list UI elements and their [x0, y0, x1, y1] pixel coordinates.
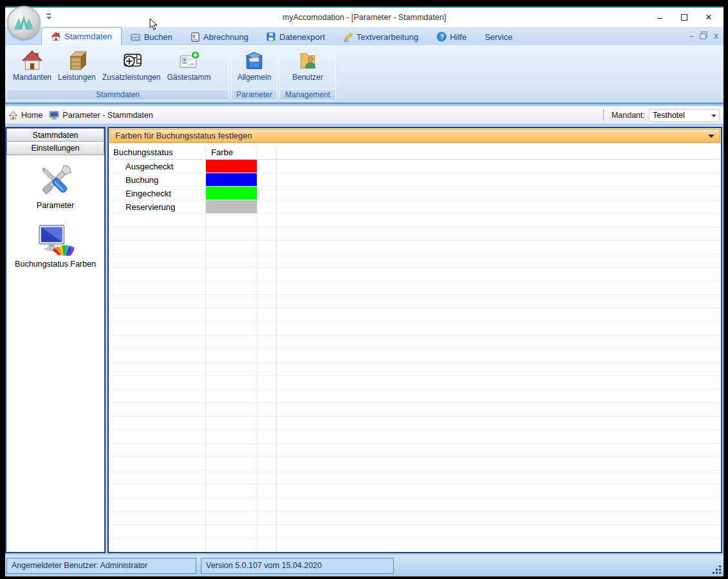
monitor-colors-icon: [37, 224, 74, 258]
app-logo-glyph: [13, 13, 35, 32]
panel-header[interactable]: Farben für Buchungsstatus festlegen: [109, 129, 720, 143]
mdi-window-controls: – x: [689, 32, 718, 41]
sidebar-button-stammdaten[interactable]: Stammdaten: [6, 128, 104, 142]
panel-header-label: Farben für Buchungsstatus festlegen: [115, 131, 252, 140]
sidebar-item-buchungstatus-farben[interactable]: Buchungstatus Farben: [6, 224, 104, 269]
mdi-close-button[interactable]: x: [714, 32, 718, 41]
breadcrumb-home[interactable]: Home: [5, 111, 46, 120]
mandant-combobox[interactable]: Testhotel: [649, 109, 720, 122]
breadcrumb-bar: Home Parameter - Stammdaten Mandant: Tes…: [5, 106, 723, 124]
table-empty-row: [110, 241, 720, 254]
ribbon-button-label: Zusatzleistungen: [102, 73, 161, 82]
benutzer-button[interactable]: Benutzer: [289, 48, 326, 83]
ribbon-group-stammdaten: Mandanten Leistungen: [6, 46, 229, 100]
gaestestamm-button[interactable]: Gästestamm: [164, 48, 214, 83]
home-icon: [8, 111, 18, 120]
tab-datenexport[interactable]: Datenexport: [257, 28, 334, 45]
breadcrumb-current[interactable]: Parameter - Stammdaten: [46, 111, 156, 120]
ribbon-button-label: Leistungen: [58, 73, 96, 82]
panel-header-dropdown-icon[interactable]: [708, 135, 714, 138]
status-color-table: Buchungsstatus Farbe Ausgecheckt Buchung…: [110, 146, 720, 551]
svg-text:?: ?: [440, 33, 443, 41]
mandant-label: Mandant:: [611, 111, 645, 120]
ribbon-button-label: Allgemein: [238, 73, 272, 82]
table-row[interactable]: Eingecheckt: [110, 187, 720, 200]
ribbon-group-parameter: Allgemein Parameter: [231, 46, 277, 100]
window-title: myAccomodation - [Parameter - Stammdaten…: [5, 8, 723, 27]
cabinet-icon: [66, 50, 88, 71]
table-empty-row: [110, 254, 720, 268]
tab-stammdaten[interactable]: Stammdaten: [41, 27, 122, 45]
mdi-restore-icon: [700, 32, 707, 39]
mdi-minimize-button[interactable]: –: [689, 32, 694, 41]
close-button[interactable]: ×: [696, 8, 721, 27]
svg-text:€: €: [193, 34, 196, 39]
tab-hilfe[interactable]: ? Hilfe: [427, 28, 476, 45]
sidebar-button-einstellungen[interactable]: Einstellungen: [6, 142, 104, 155]
table-empty-row: [110, 498, 720, 511]
minimize-button[interactable]: –: [648, 8, 672, 27]
main-panel: Farben für Buchungsstatus festlegen Buch…: [107, 127, 722, 553]
status-label: Ausgecheckt: [126, 162, 173, 171]
app-logo-icon[interactable]: [7, 6, 41, 39]
table-empty-row: [110, 457, 720, 471]
tab-label: Textverarbeitung: [357, 32, 418, 42]
ribbon-group-management: Benutzer Management: [279, 46, 336, 100]
table-empty-row: [110, 417, 720, 430]
table-row[interactable]: Buchung: [110, 173, 720, 187]
table-empty-row: [110, 376, 720, 390]
sidebar: Stammdaten Einstellungen: [5, 127, 106, 553]
status-label: Reservierung: [126, 202, 175, 212]
maximize-button[interactable]: [672, 8, 696, 27]
ribbon: Mandanten Leistungen: [5, 45, 723, 104]
resize-grip[interactable]: [713, 565, 722, 574]
invoice-euro-icon: €: [191, 32, 200, 42]
sidebar-item-label: Parameter: [37, 201, 74, 210]
table-empty-row: [110, 511, 720, 525]
table-empty-row: [110, 308, 720, 322]
column-header-buchungsstatus: Buchungsstatus: [113, 147, 173, 157]
maximize-icon: [681, 14, 687, 21]
tab-label: Datenexport: [279, 32, 325, 42]
table-empty-row: [110, 484, 720, 498]
sidebar-item-parameter[interactable]: Parameter: [6, 163, 104, 210]
status-label: Eingecheckt: [126, 189, 171, 198]
tab-textverarbeitung[interactable]: Textverarbeitung: [334, 28, 427, 45]
color-swatch[interactable]: [206, 200, 257, 213]
user-folder-icon: [297, 50, 319, 71]
table-empty-row: [110, 322, 720, 336]
ribbon-button-label: Mandanten: [13, 73, 51, 82]
table-empty-row: [110, 227, 720, 241]
table-empty-row: [110, 214, 720, 227]
client-area: Stammdaten Einstellungen: [5, 125, 723, 555]
mdi-restore-button[interactable]: [700, 32, 707, 41]
house-icon: [21, 50, 43, 71]
color-swatch[interactable]: [206, 173, 257, 186]
table-empty-row: [110, 295, 720, 308]
idcard-add-icon: [178, 50, 200, 71]
sidebar-item-label: Buchungstatus Farben: [15, 260, 96, 269]
allgemein-button[interactable]: Allgemein: [234, 48, 275, 83]
blue-box-icon: [243, 50, 265, 71]
table-row[interactable]: Ausgecheckt: [110, 160, 720, 173]
color-swatch[interactable]: [206, 160, 257, 173]
table-empty-row: [110, 390, 720, 403]
tab-service[interactable]: Service: [476, 28, 521, 45]
status-user-panel: Angemeldeter Benutzer: Administrator: [6, 558, 196, 574]
mandanten-button[interactable]: Mandanten: [10, 48, 55, 83]
ribbon-group-caption: Parameter: [232, 89, 277, 100]
ribbon-button-label: Gästestamm: [167, 73, 211, 82]
tab-abrechnung[interactable]: € Abrechnung: [182, 28, 257, 45]
table-empty-row: [110, 430, 720, 444]
color-swatch[interactable]: [206, 187, 257, 200]
column-header-farbe: Farbe: [211, 147, 233, 157]
leistungen-button[interactable]: Leistungen: [55, 48, 99, 83]
zusatzleistungen-button[interactable]: Zusatzleistungen: [99, 48, 164, 83]
table-row[interactable]: Reservierung: [110, 200, 720, 214]
ribbon-group-caption: Stammdaten: [7, 89, 229, 100]
help-question-icon: ?: [436, 32, 447, 42]
ribbon-button-label: Benutzer: [292, 73, 323, 82]
breadcrumb-current-label: Parameter - Stammdaten: [62, 111, 153, 120]
tools-icon: [37, 163, 74, 199]
table-empty-row: [110, 471, 720, 484]
